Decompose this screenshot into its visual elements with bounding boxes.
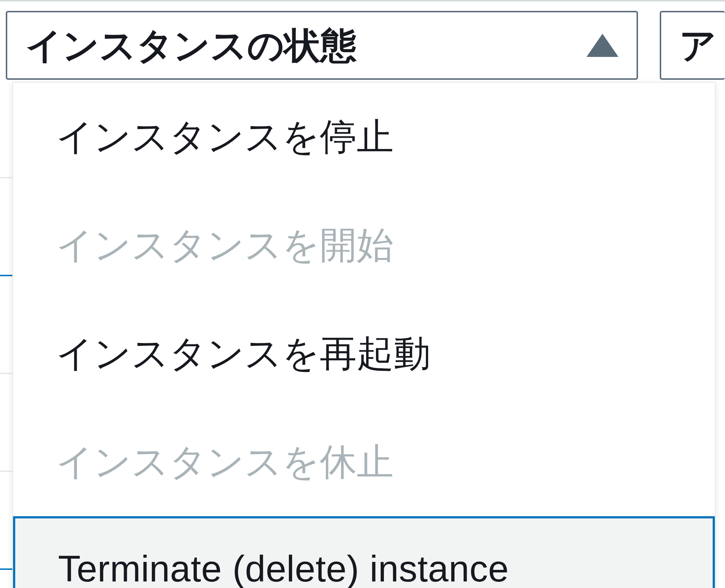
- menu-item-reboot-instance[interactable]: インスタンスを再起動: [13, 299, 715, 408]
- menu-item-stop-instance[interactable]: インスタンスを停止: [13, 83, 715, 191]
- menu-item-start-instance: インスタンスを開始: [13, 191, 715, 299]
- separator: [0, 0, 725, 1]
- caret-up-icon: [587, 34, 618, 57]
- background-table-rows: [0, 80, 13, 588]
- instance-state-label: インスタンスの状態: [25, 25, 357, 65]
- actions-label: ア: [679, 25, 716, 65]
- menu-item-hibernate-instance: インスタンスを休止: [13, 408, 715, 516]
- menu-item-terminate-instance[interactable]: Terminate (delete) instance: [13, 516, 715, 588]
- actions-button[interactable]: ア: [660, 11, 725, 80]
- instance-state-dropdown: インスタンスを停止 インスタンスを開始 インスタンスを再起動 インスタンスを休止…: [12, 82, 716, 588]
- actions-toolbar: インスタンスの状態 ア: [6, 11, 725, 80]
- instance-state-button[interactable]: インスタンスの状態: [6, 11, 638, 80]
